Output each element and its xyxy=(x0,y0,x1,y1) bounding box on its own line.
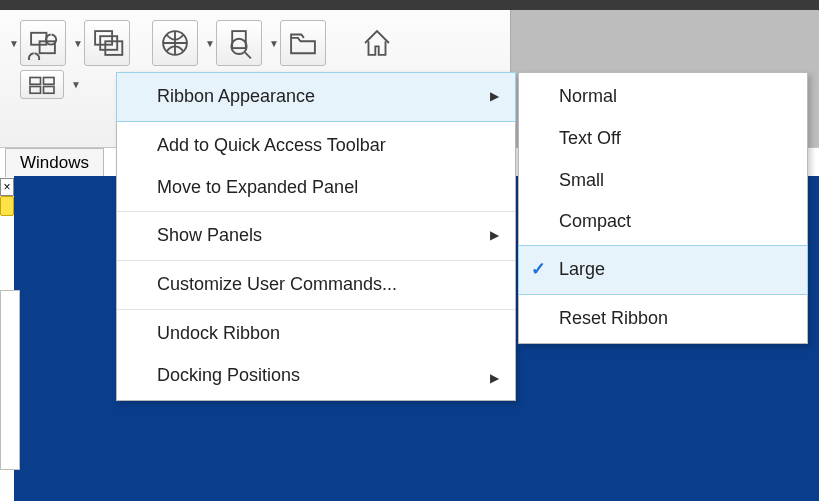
dropdown-arrow-icon[interactable]: ▼ xyxy=(70,38,80,49)
svg-point-7 xyxy=(231,39,246,54)
home-button[interactable] xyxy=(354,20,400,66)
menubar-item[interactable]: et Started xyxy=(20,0,94,2)
menu-item-ribbon-appearance[interactable]: Ribbon Appearance ▶ xyxy=(116,72,516,122)
dropdown-arrow-icon[interactable]: ▼ xyxy=(266,38,276,49)
ribbon-panel-tab-windows[interactable]: Windows xyxy=(5,148,104,177)
ribbon-appearance-submenu: Normal Text Off Small Compact ✓ Large Re… xyxy=(518,72,808,344)
menu-item-label: Reset Ribbon xyxy=(559,308,668,328)
submenu-item-compact[interactable]: Compact xyxy=(519,204,807,246)
cascade-windows-button[interactable] xyxy=(84,20,130,66)
menu-item-label: Text Off xyxy=(559,128,621,148)
menu-item-label: Add to Quick Access Toolbar xyxy=(157,135,386,155)
submenu-item-small[interactable]: Small xyxy=(519,163,807,205)
menu-item-label: Ribbon Appearance xyxy=(157,86,315,106)
menu-item-add-to-qat[interactable]: Add to Quick Access Toolbar xyxy=(117,122,515,170)
find-document-button[interactable] xyxy=(216,20,262,66)
close-icon[interactable]: × xyxy=(0,178,14,196)
submenu-item-normal[interactable]: Normal xyxy=(519,73,807,121)
menubar: et Started Vault Autodesk 360 xyxy=(0,0,819,10)
menu-item-label: Compact xyxy=(559,211,631,231)
pin-icon[interactable] xyxy=(0,196,14,216)
submenu-arrow-icon: ▶ xyxy=(490,372,499,385)
svg-rect-2 xyxy=(95,31,112,45)
menu-item-label: Docking Positions xyxy=(157,365,300,385)
menu-item-label: Large xyxy=(559,259,605,279)
menu-item-move-to-expanded-panel[interactable]: Move to Expanded Panel xyxy=(117,170,515,212)
dropdown-arrow-icon[interactable]: ▼ xyxy=(6,38,16,49)
grid-layout-button[interactable] xyxy=(20,70,64,99)
menu-item-customize-user-commands[interactable]: Customize User Commands... xyxy=(117,261,515,309)
submenu-item-reset-ribbon[interactable]: Reset Ribbon xyxy=(519,295,807,343)
svg-rect-9 xyxy=(44,77,55,84)
menu-item-label: Show Panels xyxy=(157,225,262,245)
menubar-item[interactable]: Autodesk 360 xyxy=(191,0,295,2)
menu-item-label: Move to Expanded Panel xyxy=(157,177,358,197)
menu-item-label: Customize User Commands... xyxy=(157,274,397,294)
dropdown-arrow-icon[interactable]: ▼ xyxy=(68,79,78,90)
open-folder-button[interactable] xyxy=(280,20,326,66)
menu-item-label: Small xyxy=(559,170,604,190)
menubar-item[interactable]: Vault xyxy=(124,0,162,2)
globe-button[interactable] xyxy=(152,20,198,66)
svg-rect-8 xyxy=(30,77,41,84)
menu-item-undock-ribbon[interactable]: Undock Ribbon xyxy=(117,310,515,358)
menu-item-show-panels[interactable]: Show Panels ▶ xyxy=(117,212,515,260)
menu-item-label: Normal xyxy=(559,86,617,106)
dropdown-arrow-icon[interactable]: ▼ xyxy=(202,38,212,49)
menu-item-docking-positions[interactable]: Docking Positions ▶ xyxy=(117,358,515,400)
ribbon-context-menu: Ribbon Appearance ▶ Add to Quick Access … xyxy=(116,72,516,401)
side-panel xyxy=(0,290,20,470)
svg-rect-10 xyxy=(30,86,41,93)
svg-rect-11 xyxy=(44,86,55,93)
submenu-arrow-icon: ▶ xyxy=(490,230,499,243)
menu-item-label: Undock Ribbon xyxy=(157,323,280,343)
tile-windows-button[interactable] xyxy=(20,20,66,66)
submenu-arrow-icon: ▶ xyxy=(490,90,499,103)
svg-rect-3 xyxy=(100,36,117,50)
submenu-item-large[interactable]: ✓ Large xyxy=(518,245,808,295)
submenu-item-text-off[interactable]: Text Off xyxy=(519,121,807,163)
svg-rect-4 xyxy=(105,41,122,55)
checkmark-icon: ✓ xyxy=(531,260,546,280)
